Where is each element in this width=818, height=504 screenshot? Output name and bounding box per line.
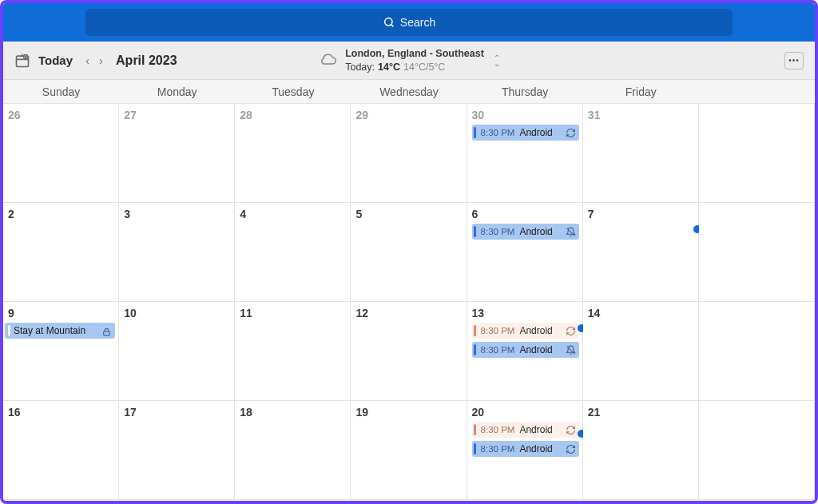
month-nav: ‹ ›	[85, 54, 103, 66]
weather-location: London, England - Southeast	[345, 47, 484, 61]
day-of-week-header: SundayMondayTuesdayWednesdayThursdayFrid…	[3, 80, 815, 104]
event-title: Android	[519, 424, 560, 435]
day-number: 3	[124, 208, 231, 220]
event-time: 8:30 PM	[481, 326, 515, 335]
day-cell[interactable]: 28	[235, 104, 351, 203]
day-cell[interactable]: 11	[235, 302, 351, 401]
day-number: 9	[8, 307, 115, 319]
day-number: 11	[240, 307, 347, 319]
calendar-event[interactable]: 8:30 PMAndroid	[472, 125, 579, 141]
day-cell[interactable]: 10	[119, 302, 235, 401]
day-cell[interactable]: 9Stay at Mountain	[3, 302, 119, 401]
event-time: 8:30 PM	[481, 128, 515, 137]
day-number: 2	[8, 208, 115, 220]
day-cell[interactable]	[699, 302, 815, 401]
day-number: 7	[588, 208, 695, 220]
day-cell[interactable]: 27	[119, 104, 235, 203]
day-cell[interactable]: 31	[583, 104, 699, 203]
stepper-icon[interactable]: ⌃⌄	[494, 55, 500, 66]
day-cell[interactable]: 3	[119, 203, 235, 302]
day-number: 27	[124, 109, 231, 121]
day-cell[interactable]: 29	[351, 104, 467, 203]
day-cell[interactable]: 19	[351, 401, 467, 500]
event-time: 8:30 PM	[481, 227, 515, 236]
search-icon	[383, 16, 395, 29]
calendar-event[interactable]: 8:30 PMAndroid	[472, 323, 579, 339]
day-number: 19	[355, 406, 463, 419]
weather-range: 14°C/5°C	[403, 61, 445, 74]
day-number: 28	[240, 109, 347, 121]
event-title: Android	[519, 325, 560, 336]
weather-widget[interactable]: London, England - Southeast Today: 14°C …	[318, 47, 500, 74]
day-number: 17	[124, 406, 231, 419]
repeat-icon	[566, 444, 576, 454]
day-cell[interactable]: 16	[3, 401, 119, 500]
day-number: 4	[240, 208, 347, 220]
day-cell[interactable]: 2	[3, 203, 119, 302]
day-number: 29	[355, 109, 463, 121]
lock-icon	[101, 326, 112, 336]
day-cell[interactable]: 208:30 PMAndroid8:30 PMAndroid	[467, 401, 583, 500]
day-cell[interactable]	[699, 401, 815, 500]
weather-today-label: Today:	[345, 61, 375, 74]
calendar-event[interactable]: 8:30 PMAndroid	[472, 441, 579, 457]
day-number: 20	[472, 406, 579, 419]
calendar-icon[interactable]	[14, 53, 30, 69]
day-cell[interactable]: 138:30 PMAndroid8:30 PMAndroid	[467, 302, 583, 401]
day-number: 12	[355, 307, 463, 319]
dow-label: Sunday	[3, 80, 119, 103]
dow-label: Wednesday	[351, 80, 467, 103]
event-title: Android	[519, 443, 560, 454]
day-cell[interactable]: 14	[583, 302, 699, 401]
more-button[interactable]: •••	[784, 52, 804, 69]
day-number: 30	[472, 109, 579, 121]
day-cell[interactable]: 68:30 PMAndroid	[467, 203, 583, 302]
day-cell[interactable]: 308:30 PMAndroid	[467, 104, 583, 203]
day-number: 13	[472, 307, 579, 319]
svg-point-0	[384, 18, 391, 26]
toolbar: Today ‹ › April 2023 London, England - S…	[3, 42, 815, 80]
svg-line-1	[391, 25, 393, 27]
calendar-grid: 26272829308:30 PMAndroid31234568:30 PMAn…	[3, 104, 815, 500]
search-input[interactable]: Search	[85, 9, 733, 36]
day-cell[interactable]: 17	[119, 401, 235, 500]
day-cell[interactable]: 12	[351, 302, 467, 401]
day-number: 18	[240, 406, 347, 419]
day-cell[interactable]: 4	[235, 203, 351, 302]
day-cell[interactable]: 7	[583, 203, 699, 302]
calendar-event[interactable]: 8:30 PMAndroid	[472, 342, 579, 358]
next-month-button[interactable]: ›	[99, 54, 103, 66]
repeat-icon	[566, 425, 576, 435]
cloud-icon	[318, 51, 337, 70]
svg-rect-9	[104, 331, 110, 335]
day-cell[interactable]	[699, 104, 815, 203]
day-cell[interactable]: 26	[3, 104, 119, 203]
day-number: 14	[588, 307, 695, 319]
dow-label: Monday	[119, 80, 235, 103]
title-bar: Search	[3, 3, 815, 42]
calendar-event[interactable]: 8:30 PMAndroid	[472, 224, 579, 240]
event-title: Android	[519, 344, 560, 355]
event-title: Stay at Mountain	[14, 325, 98, 336]
day-number: 5	[355, 208, 463, 220]
day-number: 10	[124, 307, 231, 319]
dow-label: Thursday	[467, 80, 583, 103]
event-title: Android	[519, 127, 560, 138]
calendar-scroll[interactable]: 26272829308:30 PMAndroid31234568:30 PMAn…	[3, 104, 815, 501]
calendar-event[interactable]: 8:30 PMAndroid	[472, 422, 579, 438]
dow-label: Tuesday	[235, 80, 351, 103]
allday-event[interactable]: Stay at Mountain	[5, 323, 115, 339]
month-label: April 2023	[116, 54, 177, 68]
day-cell[interactable]	[699, 203, 815, 302]
event-title: Android	[519, 226, 560, 237]
day-number: 16	[8, 406, 115, 419]
day-number: 21	[588, 406, 695, 419]
day-cell[interactable]: 5	[351, 203, 467, 302]
weather-temp: 14°C	[378, 61, 400, 74]
dow-label	[699, 80, 815, 103]
day-cell[interactable]: 18	[235, 401, 351, 500]
search-placeholder: Search	[400, 16, 435, 29]
day-cell[interactable]: 21	[583, 401, 699, 500]
prev-month-button[interactable]: ‹	[85, 54, 89, 66]
today-button[interactable]: Today	[38, 54, 73, 67]
